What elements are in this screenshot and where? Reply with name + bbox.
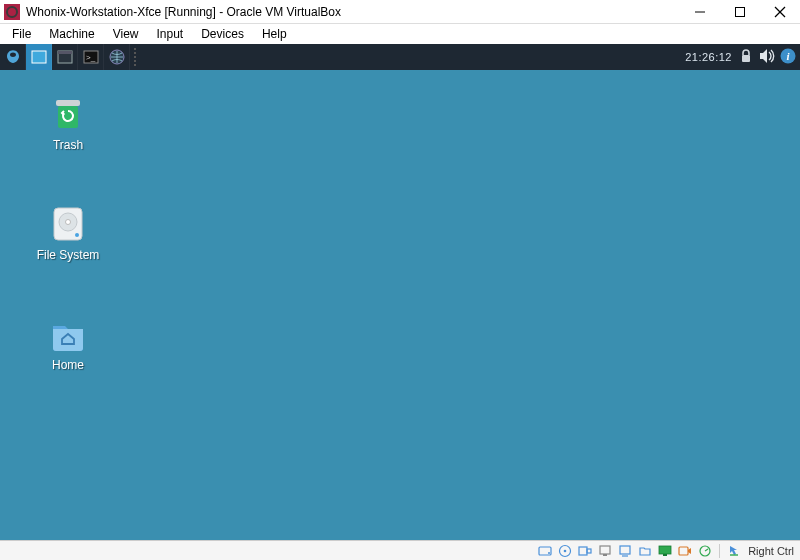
- terminal-launcher[interactable]: >_: [78, 44, 104, 70]
- svg-point-19: [75, 233, 79, 237]
- svg-rect-7: [58, 51, 72, 54]
- svg-rect-32: [679, 547, 688, 555]
- home-folder-icon: [48, 314, 88, 354]
- panel-clock[interactable]: 21:26:12: [685, 51, 732, 63]
- menu-file[interactable]: File: [4, 25, 39, 43]
- sb-display-icon[interactable]: [657, 543, 673, 559]
- svg-rect-31: [663, 554, 667, 556]
- drive-icon: [48, 204, 88, 244]
- svg-rect-25: [587, 549, 591, 553]
- svg-text:>_: >_: [86, 53, 96, 62]
- show-desktop-button[interactable]: [26, 44, 52, 70]
- guest-desktop[interactable]: Trash File System Home: [0, 70, 800, 540]
- svg-point-23: [564, 549, 567, 552]
- menu-input[interactable]: Input: [149, 25, 192, 43]
- menu-view[interactable]: View: [105, 25, 147, 43]
- menu-machine[interactable]: Machine: [41, 25, 102, 43]
- desktop-icon-home[interactable]: Home: [28, 314, 108, 372]
- minimize-button[interactable]: [680, 0, 720, 24]
- svg-rect-30: [659, 546, 671, 554]
- svg-rect-24: [579, 547, 587, 555]
- desktop-icon-trash[interactable]: Trash: [28, 94, 108, 152]
- sb-network-icon[interactable]: [597, 543, 613, 559]
- svg-point-21: [548, 552, 550, 554]
- desktop-icon-label: Home: [28, 358, 108, 372]
- menu-devices[interactable]: Devices: [193, 25, 252, 43]
- window-title: Whonix-Workstation-Xfce [Running] - Orac…: [24, 5, 341, 19]
- host-titlebar: Whonix-Workstation-Xfce [Running] - Orac…: [0, 0, 800, 24]
- svg-rect-5: [32, 51, 46, 63]
- web-launcher[interactable]: [104, 44, 130, 70]
- svg-point-18: [66, 220, 71, 225]
- sb-shared-folders-icon[interactable]: [637, 543, 653, 559]
- whisker-menu-button[interactable]: [0, 44, 26, 70]
- svg-rect-26: [600, 546, 610, 554]
- trash-icon: [48, 94, 88, 134]
- file-manager-launcher[interactable]: [52, 44, 78, 70]
- sb-recording-icon[interactable]: [677, 543, 693, 559]
- svg-rect-1: [736, 7, 745, 16]
- desktop-icon-label: Trash: [28, 138, 108, 152]
- desktop-icon-label: File System: [28, 248, 108, 262]
- sb-audio-icon[interactable]: [577, 543, 593, 559]
- sb-cpu-icon[interactable]: [697, 543, 713, 559]
- close-button[interactable]: [760, 0, 800, 24]
- svg-rect-15: [58, 106, 78, 128]
- panel-separator: [134, 48, 140, 66]
- sb-optical-icon[interactable]: [557, 543, 573, 559]
- svg-rect-14: [56, 100, 80, 106]
- volume-icon[interactable]: [758, 47, 776, 68]
- virtualbox-icon: [4, 4, 20, 20]
- info-icon[interactable]: i: [780, 48, 796, 67]
- maximize-button[interactable]: [720, 0, 760, 24]
- svg-rect-28: [620, 546, 630, 554]
- host-key-indicator[interactable]: Right Ctrl: [748, 545, 794, 557]
- sb-mouse-integration-icon[interactable]: [726, 543, 742, 559]
- svg-rect-27: [603, 554, 607, 556]
- virtualbox-statusbar: Right Ctrl: [0, 540, 800, 560]
- svg-rect-11: [742, 55, 750, 62]
- virtualbox-menubar: File Machine View Input Devices Help: [0, 24, 800, 44]
- sb-harddisk-icon[interactable]: [537, 543, 553, 559]
- lock-icon[interactable]: [738, 48, 754, 67]
- xfce-panel: >_ 21:26:12 i: [0, 44, 800, 70]
- desktop-icon-filesystem[interactable]: File System: [28, 204, 108, 262]
- sb-separator: [719, 544, 720, 558]
- menu-help[interactable]: Help: [254, 25, 295, 43]
- sb-usb-icon[interactable]: [617, 543, 633, 559]
